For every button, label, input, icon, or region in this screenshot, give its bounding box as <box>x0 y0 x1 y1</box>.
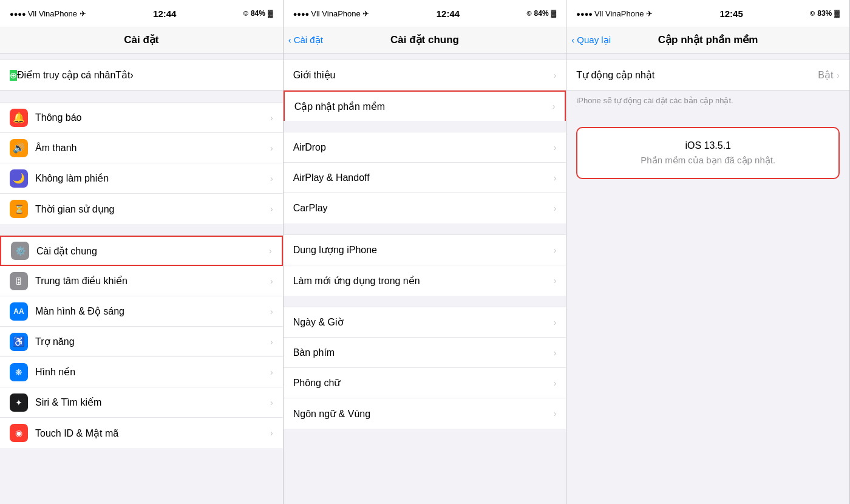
auto-update-label: Tự động cập nhật <box>576 69 818 81</box>
nav-bar-1: Cài đặt <box>0 27 283 53</box>
touchid-label: Touch ID & Mật mã <box>35 427 270 439</box>
row-carplay[interactable]: CarPlay <box>284 193 566 223</box>
thoigian-icon: ⏳ <box>10 200 28 218</box>
thoigian-label: Thời gian sử dụng <box>35 203 270 215</box>
row-khonglamphien[interactable]: 🌙 Không làm phiền <box>0 163 283 194</box>
lammoi-label: Làm mới ứng dụng trong nền <box>293 275 554 287</box>
row-capnhat[interactable]: Cập nhật phần mềm <box>284 90 566 121</box>
touchid-icon: ◉ <box>10 424 28 442</box>
row-thongbao[interactable]: 🔔 Thông báo <box>0 103 283 133</box>
status-bar-1: ●●●● Vll VinaPhone ✈ 12:44 © 84% ▓ <box>0 0 283 27</box>
nav-title-3: Cập nhật phần mềm <box>658 33 758 46</box>
time-3: 12:45 <box>719 9 743 19</box>
capnhat-chevron <box>552 101 556 111</box>
auto-update-row[interactable]: Tự động cập nhật Bật <box>566 60 849 90</box>
gioithieu-label: Giới thiệu <box>293 69 554 81</box>
tronang-icon: ♿ <box>10 333 28 351</box>
airdrop-label: AirDrop <box>293 142 554 153</box>
status-bar-3: ●●●● Vll VinaPhone ✈ 12:45 © 83% ▓ <box>566 0 849 27</box>
panel-capnhat: ●●●● Vll VinaPhone ✈ 12:45 © 83% ▓ Quay … <box>566 0 850 504</box>
amthanh-label: Âm thanh <box>35 143 270 154</box>
time-2: 12:44 <box>437 9 460 19</box>
ngaygio-label: Ngày & Giờ <box>293 316 554 328</box>
settings-scroll-3[interactable]: Tự động cập nhật Bật iPhone sẽ tự động c… <box>566 53 849 504</box>
back-chevron-3 <box>571 35 576 45</box>
row-touchid[interactable]: ◉ Touch ID & Mật mã <box>0 418 283 448</box>
capnhat-label: Cập nhật phần mềm <box>294 101 552 112</box>
row-airplay[interactable]: AirPlay & Handoff <box>284 163 566 193</box>
row-tronang[interactable]: ♿ Trợ năng <box>0 327 283 357</box>
carrier-2: ●●●● Vll VinaPhone ✈ <box>293 9 370 18</box>
row-gioithieu[interactable]: Giới thiệu <box>284 60 566 90</box>
nav-bar-3: Quay lại Cập nhật phần mềm <box>566 27 849 53</box>
status-bar-2: ●●●● Vll VinaPhone ✈ 12:44 © 84% ▓ <box>284 0 566 27</box>
gioithieu-chevron <box>554 70 557 80</box>
carrier-1: ●●●● Vll VinaPhone ✈ <box>10 9 86 18</box>
siri-chevron <box>270 398 273 407</box>
row-manhinh[interactable]: AA Màn hình & Độ sáng <box>0 296 283 327</box>
manhinh-chevron <box>270 307 273 316</box>
thongbao-label: Thông báo <box>35 112 270 123</box>
carplay-label: CarPlay <box>293 203 554 214</box>
auto-update-value: Bật <box>818 69 833 81</box>
back-button-2[interactable]: Cài đặt <box>288 35 323 46</box>
hinhanh-chevron <box>270 367 273 377</box>
ngonngu-chevron <box>554 409 557 418</box>
back-chevron-2 <box>288 35 293 45</box>
battery-3: © 83% ▓ <box>810 9 840 18</box>
row-thoigian[interactable]: ⏳ Thời gian sử dụng <box>0 194 283 224</box>
touchid-chevron <box>270 428 273 438</box>
battery-wifi-2: © 84% ▓ <box>526 9 556 18</box>
thoigian-chevron <box>270 204 273 214</box>
klp-label: Không làm phiền <box>35 172 270 184</box>
trungtam-chevron <box>270 276 273 286</box>
settings-scroll-1[interactable]: ⊕ Điểm truy cập cá nhân Tắt 🔔 Thông báo … <box>0 53 283 504</box>
row-hinhanh[interactable]: ❋ Hình nền <box>0 357 283 387</box>
panel-caidatchung: ●●●● Vll VinaPhone ✈ 12:44 © 84% ▓ Cài đ… <box>284 0 567 504</box>
row-caidatchung[interactable]: ⚙️ Cài đặt chung <box>0 236 283 266</box>
hotspot-value: Tắt <box>115 69 130 81</box>
back-label-2: Cài đặt <box>294 35 323 46</box>
ngonngu-label: Ngôn ngữ & Vùng <box>293 408 554 420</box>
hinhanh-label: Hình nền <box>35 366 270 378</box>
caidatchung-icon: ⚙️ <box>11 242 29 260</box>
update-status: Phần mềm của bạn đã cập nhật. <box>590 155 826 166</box>
settings-scroll-2[interactable]: Giới thiệu Cập nhật phần mềm AirDrop Air… <box>284 53 566 504</box>
row-airdrop[interactable]: AirDrop <box>284 132 566 163</box>
phongchu-chevron <box>554 378 557 388</box>
manhinh-label: Màn hình & Độ sáng <box>35 305 270 317</box>
siri-icon: ✦ <box>10 393 28 412</box>
ngaygio-chevron <box>554 318 557 327</box>
tronang-chevron <box>270 337 273 347</box>
hotspot-label: Điểm truy cập cá nhân <box>17 69 115 81</box>
battery-1: 84% <box>251 9 265 18</box>
banphim-chevron <box>554 348 557 358</box>
amthanh-icon: 🔊 <box>10 139 28 157</box>
klp-icon: 🌙 <box>10 169 28 188</box>
back-button-3[interactable]: Quay lại <box>571 35 611 46</box>
row-trungtam[interactable]: 🎛 Trung tâm điều khiển <box>0 266 283 296</box>
auto-update-chevron <box>837 70 840 80</box>
row-amthanh[interactable]: 🔊 Âm thanh <box>0 133 283 163</box>
carplay-chevron <box>554 203 557 213</box>
trungtam-icon: 🎛 <box>10 272 28 290</box>
row-dungluong[interactable]: Dung lượng iPhone <box>284 235 566 265</box>
hotspot-icon: ⊕ <box>10 70 17 81</box>
banphim-label: Bàn phím <box>293 347 554 358</box>
hotspot-row[interactable]: ⊕ Điểm truy cập cá nhân Tắt <box>0 60 283 90</box>
phongchu-label: Phông chữ <box>293 377 554 389</box>
update-info-box: iOS 13.5.1 Phần mềm của bạn đã cập nhật. <box>576 127 840 179</box>
amthanh-chevron <box>270 143 273 153</box>
dungluong-chevron <box>554 245 557 255</box>
auto-update-desc: iPhone sẽ tự động cài đặt các bản cập nh… <box>566 91 849 115</box>
row-ngonngu[interactable]: Ngôn ngữ & Vùng <box>284 398 566 429</box>
hotspot-chevron <box>131 70 134 81</box>
trungtam-label: Trung tâm điều khiển <box>35 275 270 287</box>
row-phongchu[interactable]: Phông chữ <box>284 368 566 398</box>
row-lammoi[interactable]: Làm mới ứng dụng trong nền <box>284 265 566 296</box>
row-banphim[interactable]: Bàn phím <box>284 338 566 368</box>
battery-2: 84% <box>534 9 549 18</box>
row-siri[interactable]: ✦ Siri & Tìm kiếm <box>0 387 283 418</box>
row-ngaygio[interactable]: Ngày & Giờ <box>284 307 566 338</box>
battery-wifi-1: © 84% ▓ <box>243 9 273 18</box>
